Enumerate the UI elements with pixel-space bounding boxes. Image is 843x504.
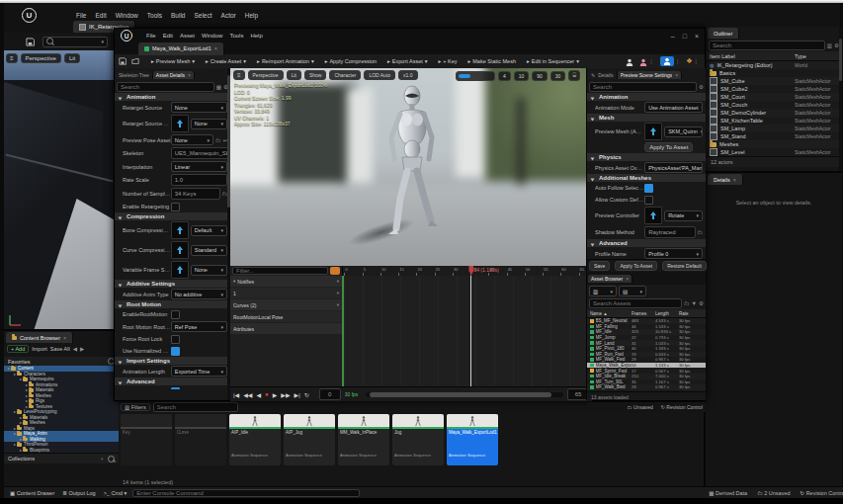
preview-section-mesh[interactable]: Mesh [587,114,706,122]
record-button[interactable]: ● [265,391,269,397]
checkbox[interactable] [171,387,180,390]
menu-item-help[interactable]: Help [245,12,258,19]
asset-thumbnail[interactable] [644,123,662,140]
ab-row[interactable]: MF_Walk_Bwd290.967 s30 fps [587,384,706,390]
content-drawer-button[interactable]: ▣ Content Drawer [10,490,54,496]
close-button[interactable]: × [695,33,699,40]
close-icon[interactable]: × [63,335,66,341]
playhead-line[interactable] [470,276,471,386]
menu-item-file[interactable]: File [76,12,86,19]
preview-scene-settings-tab[interactable]: Preview Scene Settings× [618,71,683,79]
revision-control-button[interactable]: ↻ Revision Control [801,490,843,496]
browse-to-icon[interactable]: 🗀 [215,137,221,143]
anim-menu-item-help[interactable]: Help [250,33,262,39]
property-dropdown[interactable]: None▾ [171,102,227,113]
outliner-row[interactable]: SM_LevelStaticMeshActor [706,148,842,156]
outliner-row[interactable]: SM_StandStaticMeshActor [706,132,842,140]
ab-row[interactable]: MF_Idle32510.833 s30 fps [587,329,706,335]
folder-icon[interactable]: 🗀 [684,300,690,306]
console-input[interactable] [132,489,360,497]
preview-button-save[interactable]: Save [589,261,610,271]
preview-button-restore-default[interactable]: Restore Default [662,261,707,271]
toolbar-button-create-asset[interactable]: ▸Create Asset▾ [202,57,250,65]
asset-dropdown[interactable]: None▾ [191,265,227,276]
ab-row[interactable]: MF_Idle_Break2107.000 s30 fps [587,374,706,379]
menu-item-window[interactable]: Window [116,12,138,19]
outliner-filter-icon[interactable]: ▥ [827,42,832,48]
preview-section-advanced[interactable]: Advanced [587,239,706,247]
close-icon[interactable]: × [214,45,217,51]
anim-revision-button[interactable]: ↻ Revision Control [661,404,703,410]
outliner-row[interactable]: Basics [706,69,842,77]
outliner-row[interactable]: SM_DemoCylinderStaticMeshActor [706,109,842,117]
asset-tile[interactable]: MM_Walk_InPlaceAnimation Sequence [338,414,389,465]
ab-row[interactable]: MF_Walk_Fwd290.967 s30 fps [587,357,706,363]
timeline-track-attributes[interactable]: Attributes [230,323,342,334]
camera-icon[interactable]: ⌸ [568,70,580,81]
property-dropdown[interactable]: Exported Time▾ [171,366,227,377]
ab-row[interactable]: MF_Land311.033 s30 fps [587,340,706,346]
asset-thumbnail[interactable] [171,221,189,239]
forward-icon[interactable]: ▶ [80,346,84,352]
anim-menu-item-tools[interactable]: Tools [229,33,243,39]
outliner-col-type[interactable]: Type [795,53,838,59]
cb-add-button[interactable]: + Add [7,345,29,353]
asset-tile[interactable]: AIP_IdleAnimation Sequence [229,414,281,465]
asset-details-section-animation[interactable]: Animation [115,93,230,101]
asset-details-section-advanced[interactable]: Advanced [115,378,230,385]
browse-to-icon[interactable]: 🗀 [698,229,704,235]
outliner-row[interactable]: Meshes [706,140,842,148]
gear-icon[interactable]: ⚙ [699,84,704,90]
asset-tile[interactable]: Curve [175,414,226,465]
outliner-col-label[interactable]: Item Label [710,53,795,59]
skip-to-start-button[interactable]: |◀ [233,391,239,398]
gear-icon[interactable]: ⚙ [699,300,704,306]
toolbar-button-preview-mesh[interactable]: ▸Preview Mesh▾ [147,57,199,65]
checkbox[interactable] [171,335,180,344]
viewport-lit-button[interactable]: Lit [64,53,80,63]
outliner-row[interactable]: SM_CouchStaticMeshActor [706,101,842,109]
output-log-button[interactable]: ≣ Output Log [62,490,95,496]
viewport-setting-pill[interactable]: 4 [498,71,511,81]
range-start-field[interactable]: 0 [319,388,341,400]
anim-menu-item-window[interactable]: Window [202,33,222,39]
checkbox[interactable] [171,347,180,356]
ab-view-dropdown[interactable]: ▤▾ [619,286,646,296]
asset-thumbnail[interactable] [644,207,662,224]
outliner-scrollbar[interactable] [839,27,842,171]
asset-thumbnail[interactable] [171,261,189,279]
asset-tile[interactable]: JogAnimation Sequence [392,414,444,465]
ab-column-frames[interactable]: Frames [632,311,655,316]
ab-row[interactable]: MF_Falling461.533 s30 fps [587,324,706,330]
unsaved-button[interactable]: 🗀 2 Unsaved [757,490,790,496]
cb-search-input[interactable] [153,402,238,412]
asset-dropdown[interactable]: Rotate▾ [664,210,703,221]
checkbox[interactable] [171,310,180,319]
toolbar-button-export-asset[interactable]: ▸Export Asset▾ [383,57,431,65]
ab-row[interactable]: Maya_Walk_ExportLod1341.133 s30 fps [587,363,706,369]
timeline-track-1[interactable]: 1▾ [230,288,342,298]
outliner-row[interactable]: SM_Cube2StaticMeshActor [706,85,842,93]
grid-icon[interactable]: ▦ [216,84,221,90]
preview-button-apply-to-asset[interactable]: Apply To Asset [615,261,657,271]
asset-dropdown[interactable]: Standard▾ [191,245,227,256]
save-icon[interactable] [119,57,126,65]
asset-details-section-additive-settings[interactable]: Additive Settings [115,280,230,288]
browse-icon[interactable] [131,57,139,65]
asset-thumbnail[interactable] [171,115,189,132]
menu-item-tools[interactable]: Tools [147,12,162,19]
asset-details-tab[interactable]: Asset Details× [153,71,195,79]
outliner-row[interactable]: SM_CourtStaticMeshActor [706,93,842,101]
asset-browser-search-input[interactable] [589,298,682,308]
details-tab[interactable]: Details× [708,174,743,185]
viewport-pill-x1-0[interactable]: x1.0 [398,70,417,80]
asset-details-section-root-motion[interactable]: Root Motion [115,300,230,308]
property-dropdown[interactable]: Profile 0▾ [644,248,703,259]
close-icon[interactable]: × [733,177,736,183]
cb-collections-label[interactable]: Collections [8,456,100,462]
save-icon[interactable] [26,38,35,46]
asset-thumbnail[interactable] [171,241,189,259]
viewport-setting-pill[interactable]: 10 [514,71,530,81]
blueprint-icon[interactable]: ❖ [686,57,692,65]
viewport-menu-icon[interactable]: ≡ [6,53,18,63]
